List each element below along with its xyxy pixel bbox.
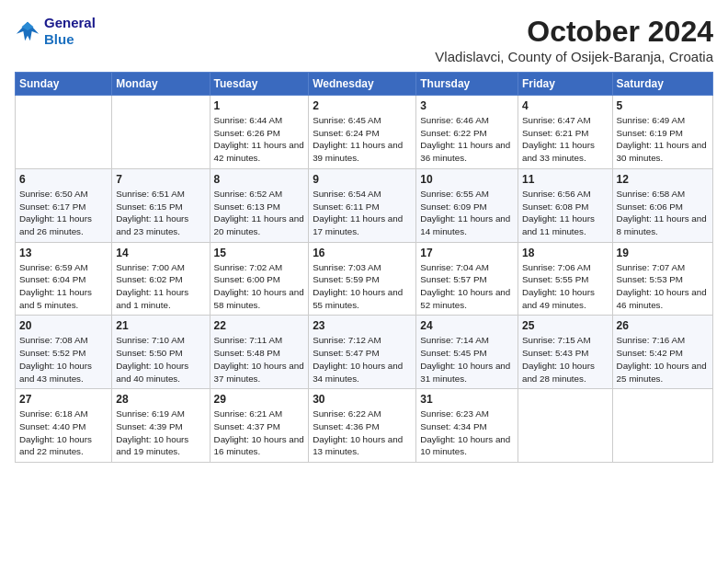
calendar-cell: 23Sunrise: 7:12 AMSunset: 5:47 PMDayligh… bbox=[309, 316, 416, 389]
day-info: Sunrise: 6:46 AMSunset: 6:22 PMDaylight:… bbox=[420, 114, 514, 165]
calendar-cell: 3Sunrise: 6:46 AMSunset: 6:22 PMDaylight… bbox=[416, 96, 518, 169]
calendar-cell bbox=[16, 96, 112, 169]
day-number: 16 bbox=[313, 247, 412, 259]
day-number: 8 bbox=[214, 173, 305, 186]
day-info: Sunrise: 7:11 AMSunset: 5:48 PMDaylight:… bbox=[214, 334, 305, 385]
day-info: Sunrise: 7:12 AMSunset: 5:47 PMDaylight:… bbox=[313, 334, 412, 385]
weekday-header: Sunday bbox=[16, 73, 112, 96]
day-number: 10 bbox=[420, 173, 514, 186]
day-number: 22 bbox=[214, 319, 305, 332]
calendar-table: SundayMondayTuesdayWednesdayThursdayFrid… bbox=[15, 72, 713, 463]
day-number: 24 bbox=[420, 319, 514, 332]
day-info: Sunrise: 7:03 AMSunset: 5:59 PMDaylight:… bbox=[313, 261, 412, 312]
calendar-cell: 4Sunrise: 6:47 AMSunset: 6:21 PMDaylight… bbox=[518, 96, 612, 169]
day-info: Sunrise: 6:21 AMSunset: 4:37 PMDaylight:… bbox=[214, 408, 305, 458]
calendar-cell bbox=[518, 389, 612, 463]
logo-icon bbox=[15, 18, 40, 44]
month-title: October 2024 bbox=[435, 15, 713, 49]
day-number: 28 bbox=[116, 393, 205, 406]
location-title: Vladislavci, County of Osijek-Baranja, C… bbox=[435, 49, 713, 64]
calendar-cell: 31Sunrise: 6:23 AMSunset: 4:34 PMDayligh… bbox=[416, 389, 518, 463]
day-number: 1 bbox=[214, 99, 305, 112]
day-info: Sunrise: 6:52 AMSunset: 6:13 PMDaylight:… bbox=[214, 188, 305, 238]
day-number: 9 bbox=[313, 173, 412, 186]
weekday-header: Friday bbox=[518, 73, 612, 96]
weekday-header: Tuesday bbox=[210, 73, 309, 96]
day-info: Sunrise: 6:47 AMSunset: 6:21 PMDaylight:… bbox=[522, 114, 609, 165]
day-number: 23 bbox=[313, 319, 412, 332]
day-number: 26 bbox=[617, 319, 709, 332]
day-number: 25 bbox=[522, 319, 609, 332]
calendar-cell: 11Sunrise: 6:56 AMSunset: 6:08 PMDayligh… bbox=[518, 168, 612, 242]
calendar-week-row: 13Sunrise: 6:59 AMSunset: 6:04 PMDayligh… bbox=[16, 242, 713, 316]
logo-text: General Blue bbox=[44, 15, 96, 48]
day-info: Sunrise: 6:54 AMSunset: 6:11 PMDaylight:… bbox=[313, 188, 412, 238]
day-info: Sunrise: 6:51 AMSunset: 6:15 PMDaylight:… bbox=[116, 188, 205, 238]
day-info: Sunrise: 7:07 AMSunset: 5:53 PMDaylight:… bbox=[617, 261, 709, 312]
calendar-cell: 17Sunrise: 7:04 AMSunset: 5:57 PMDayligh… bbox=[416, 242, 518, 316]
day-number: 18 bbox=[522, 247, 609, 259]
calendar-cell: 16Sunrise: 7:03 AMSunset: 5:59 PMDayligh… bbox=[309, 242, 416, 316]
title-area: October 2024 Vladislavci, County of Osij… bbox=[435, 15, 713, 64]
day-info: Sunrise: 7:00 AMSunset: 6:02 PMDaylight:… bbox=[116, 261, 205, 312]
day-info: Sunrise: 7:08 AMSunset: 5:52 PMDaylight:… bbox=[19, 334, 108, 385]
calendar-week-row: 27Sunrise: 6:18 AMSunset: 4:40 PMDayligh… bbox=[16, 389, 713, 463]
day-number: 5 bbox=[617, 99, 709, 112]
day-number: 17 bbox=[420, 247, 514, 259]
day-info: Sunrise: 6:44 AMSunset: 6:26 PMDaylight:… bbox=[214, 114, 305, 165]
day-info: Sunrise: 7:02 AMSunset: 6:00 PMDaylight:… bbox=[214, 261, 305, 312]
calendar-cell: 13Sunrise: 6:59 AMSunset: 6:04 PMDayligh… bbox=[16, 242, 112, 316]
day-number: 19 bbox=[617, 247, 709, 259]
calendar-cell: 10Sunrise: 6:55 AMSunset: 6:09 PMDayligh… bbox=[416, 168, 518, 242]
calendar-week-row: 6Sunrise: 6:50 AMSunset: 6:17 PMDaylight… bbox=[16, 168, 713, 242]
weekday-header: Thursday bbox=[416, 73, 518, 96]
day-number: 12 bbox=[617, 173, 709, 186]
day-number: 31 bbox=[420, 393, 514, 406]
day-info: Sunrise: 6:58 AMSunset: 6:06 PMDaylight:… bbox=[617, 188, 709, 238]
day-number: 30 bbox=[313, 393, 412, 406]
calendar-cell: 20Sunrise: 7:08 AMSunset: 5:52 PMDayligh… bbox=[16, 316, 112, 389]
day-number: 27 bbox=[19, 393, 108, 406]
calendar-cell bbox=[112, 96, 210, 169]
calendar-cell: 25Sunrise: 7:15 AMSunset: 5:43 PMDayligh… bbox=[518, 316, 612, 389]
day-info: Sunrise: 7:06 AMSunset: 5:55 PMDaylight:… bbox=[522, 261, 609, 312]
calendar-cell: 22Sunrise: 7:11 AMSunset: 5:48 PMDayligh… bbox=[210, 316, 309, 389]
day-info: Sunrise: 6:19 AMSunset: 4:39 PMDaylight:… bbox=[116, 408, 205, 458]
calendar-cell: 19Sunrise: 7:07 AMSunset: 5:53 PMDayligh… bbox=[612, 242, 712, 316]
calendar-cell: 7Sunrise: 6:51 AMSunset: 6:15 PMDaylight… bbox=[112, 168, 210, 242]
weekday-header: Wednesday bbox=[309, 73, 416, 96]
day-number: 20 bbox=[19, 319, 108, 332]
calendar-cell: 27Sunrise: 6:18 AMSunset: 4:40 PMDayligh… bbox=[16, 389, 112, 463]
weekday-header-row: SundayMondayTuesdayWednesdayThursdayFrid… bbox=[16, 73, 713, 96]
weekday-header: Saturday bbox=[612, 73, 712, 96]
day-number: 15 bbox=[214, 247, 305, 259]
calendar-week-row: 20Sunrise: 7:08 AMSunset: 5:52 PMDayligh… bbox=[16, 316, 713, 389]
calendar-cell: 1Sunrise: 6:44 AMSunset: 6:26 PMDaylight… bbox=[210, 96, 309, 169]
day-number: 7 bbox=[116, 173, 205, 186]
calendar-cell: 26Sunrise: 7:16 AMSunset: 5:42 PMDayligh… bbox=[612, 316, 712, 389]
calendar-week-row: 1Sunrise: 6:44 AMSunset: 6:26 PMDaylight… bbox=[16, 96, 713, 169]
day-info: Sunrise: 7:16 AMSunset: 5:42 PMDaylight:… bbox=[617, 334, 709, 385]
day-number: 29 bbox=[214, 393, 305, 406]
calendar-cell: 14Sunrise: 7:00 AMSunset: 6:02 PMDayligh… bbox=[112, 242, 210, 316]
day-number: 6 bbox=[19, 173, 108, 186]
day-info: Sunrise: 7:04 AMSunset: 5:57 PMDaylight:… bbox=[420, 261, 514, 312]
weekday-header: Monday bbox=[112, 73, 210, 96]
logo: General Blue bbox=[15, 15, 96, 48]
calendar-cell: 15Sunrise: 7:02 AMSunset: 6:00 PMDayligh… bbox=[210, 242, 309, 316]
day-number: 21 bbox=[116, 319, 205, 332]
day-number: 2 bbox=[313, 99, 412, 112]
day-info: Sunrise: 6:18 AMSunset: 4:40 PMDaylight:… bbox=[19, 408, 108, 458]
day-number: 11 bbox=[522, 173, 609, 186]
day-info: Sunrise: 6:49 AMSunset: 6:19 PMDaylight:… bbox=[617, 114, 709, 165]
calendar-cell: 21Sunrise: 7:10 AMSunset: 5:50 PMDayligh… bbox=[112, 316, 210, 389]
calendar-cell: 2Sunrise: 6:45 AMSunset: 6:24 PMDaylight… bbox=[309, 96, 416, 169]
header: General Blue October 2024 Vladislavci, C… bbox=[15, 15, 713, 64]
calendar-cell: 12Sunrise: 6:58 AMSunset: 6:06 PMDayligh… bbox=[612, 168, 712, 242]
day-number: 4 bbox=[522, 99, 609, 112]
day-info: Sunrise: 7:10 AMSunset: 5:50 PMDaylight:… bbox=[116, 334, 205, 385]
day-info: Sunrise: 7:15 AMSunset: 5:43 PMDaylight:… bbox=[522, 334, 609, 385]
calendar-cell bbox=[612, 389, 712, 463]
calendar-cell: 8Sunrise: 6:52 AMSunset: 6:13 PMDaylight… bbox=[210, 168, 309, 242]
day-info: Sunrise: 6:45 AMSunset: 6:24 PMDaylight:… bbox=[313, 114, 412, 165]
